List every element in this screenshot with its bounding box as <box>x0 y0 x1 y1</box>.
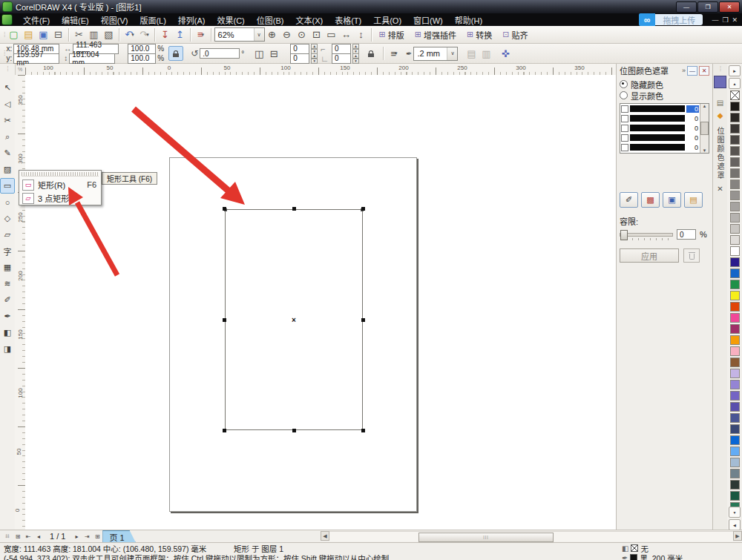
flyout-grip[interactable] <box>22 172 99 177</box>
save-mask-button[interactable]: ▣ <box>663 192 681 208</box>
fill-tool[interactable]: ◧ <box>0 325 15 340</box>
mask-checkbox[interactable] <box>621 105 628 113</box>
snap-button[interactable]: ⊡贴齐 <box>498 27 532 42</box>
smart-fill-tool[interactable]: ▨ <box>0 162 15 177</box>
palette-swatch[interactable] <box>730 246 740 256</box>
menu-item[interactable]: 帮助(H) <box>449 16 488 26</box>
slider-thumb[interactable] <box>620 230 628 240</box>
palette-swatch[interactable] <box>730 113 740 122</box>
flyout-item-3point-rectangle[interactable]: ▱ 3 点矩形 <box>19 191 101 205</box>
mask-checkbox[interactable] <box>621 144 628 151</box>
palette-swatch[interactable] <box>730 458 740 467</box>
handle-mid-right[interactable] <box>361 318 365 322</box>
minimize-button[interactable]: — <box>676 1 697 13</box>
drag-upload-button[interactable]: 拖拽上传 <box>655 14 703 25</box>
palette-swatch[interactable] <box>730 257 740 267</box>
vertical-ruler[interactable]: 350300250200150100500 <box>15 75 26 530</box>
docker-tab-close-icon[interactable]: ✕ <box>717 185 723 193</box>
open-icon[interactable]: ▤ <box>22 27 36 42</box>
zoom-selected-icon[interactable]: ⊙ <box>295 27 309 42</box>
palette-swatch[interactable] <box>730 235 740 245</box>
scroll-left-icon[interactable]: ◀ <box>321 531 329 541</box>
app-launcher-icon[interactable]: ≡▾ <box>194 27 209 42</box>
palette-swatch[interactable] <box>730 402 740 412</box>
paste-icon[interactable]: ▧ <box>102 27 116 42</box>
palette-swatch[interactable] <box>730 213 740 223</box>
add-page-before-button[interactable]: ⊞ <box>13 531 23 541</box>
pick-tool[interactable]: ↖ <box>0 80 15 96</box>
mask-color-row[interactable]: 0 <box>620 133 700 142</box>
print-icon[interactable]: ⊟ <box>51 27 66 42</box>
docker-minimize-button[interactable]: — <box>687 66 697 76</box>
no-color-swatch[interactable] <box>730 90 740 100</box>
docker-close-button[interactable]: ✕ <box>699 66 709 76</box>
recent-color-swatch[interactable] <box>714 76 726 88</box>
docker-scroll-icon[interactable]: ◆ <box>718 111 723 119</box>
plugin-button[interactable]: ⊞增强插件 <box>410 27 461 42</box>
palette-swatch[interactable] <box>730 280 740 289</box>
horizontal-scrollbar[interactable]: ◀ ||| ▶ <box>321 531 742 541</box>
palette-swatch[interactable] <box>730 269 740 278</box>
doc-restore-button[interactable]: ❒ <box>722 16 728 24</box>
zoom-level-combobox[interactable]: 62% ∨ <box>214 27 265 42</box>
save-icon[interactable]: ▣ <box>36 27 51 42</box>
mask-list-scrollbar[interactable]: ▲ ▼ <box>700 104 709 153</box>
palette-swatch[interactable] <box>730 313 740 323</box>
rotation-angle-field[interactable]: .0 <box>200 48 240 59</box>
text-wrap-button[interactable]: ≡▾ <box>387 46 401 61</box>
handle-mid-left[interactable] <box>223 318 226 322</box>
menu-item[interactable]: 表格(T) <box>329 16 367 26</box>
dropdown-arrow-icon[interactable]: ∨ <box>447 47 457 60</box>
add-page-after-button[interactable]: ⊞ <box>92 531 102 541</box>
last-page-button[interactable]: ⇥ <box>82 531 92 541</box>
menu-item[interactable]: 版面(L) <box>134 16 171 26</box>
export-icon[interactable]: ↥ <box>173 27 188 42</box>
polygon-tool[interactable]: ◇ <box>0 211 15 226</box>
mask-color-row[interactable]: 0 <box>620 123 700 133</box>
menu-item[interactable]: 位图(B) <box>251 16 290 26</box>
outline-width-combobox[interactable]: .2 mm ∨ <box>413 47 458 61</box>
next-page-button[interactable]: ▸ <box>71 531 82 541</box>
tolerance-slider[interactable] <box>620 233 673 237</box>
table-tool[interactable]: ▦ <box>0 260 15 275</box>
text-tool[interactable]: 字 <box>0 243 15 259</box>
palette-swatch[interactable] <box>730 391 740 401</box>
edit-color-button[interactable]: ▩ <box>641 192 660 208</box>
zoom-page-icon[interactable]: ▭ <box>324 27 339 42</box>
tolerance-field[interactable]: 0 <box>677 229 696 240</box>
menu-item[interactable]: 效果(C) <box>211 16 251 26</box>
palette-swatch[interactable] <box>730 179 740 189</box>
horizontal-ruler[interactable]: 10050050100150200250300350 <box>25 64 616 76</box>
palette-swatch[interactable] <box>730 291 740 300</box>
palette-expand-button[interactable]: ◀ <box>729 519 741 530</box>
palette-swatch[interactable] <box>730 302 740 312</box>
ruler-origin[interactable]: % <box>15 64 26 76</box>
object-y-field[interactable]: 159.597 mm <box>13 53 59 64</box>
scrollbar-track[interactable]: ||| <box>329 531 733 541</box>
palette-swatch[interactable] <box>730 380 740 389</box>
docker-chevron-icon[interactable]: » <box>682 67 686 74</box>
mask-color-row[interactable]: 0 <box>620 104 700 113</box>
to-front-button[interactable]: ▤ <box>464 46 479 61</box>
palette-swatch[interactable] <box>730 124 740 134</box>
scrollbar-thumb[interactable] <box>700 122 709 135</box>
blend-tool[interactable]: ≋ <box>0 276 15 291</box>
palette-swatch[interactable] <box>730 447 740 456</box>
first-page-button[interactable]: ⇤ <box>23 531 33 541</box>
mirror-horizontal-button[interactable]: ◫ <box>252 46 266 61</box>
zoom-in-icon[interactable]: ⊕ <box>265 27 280 42</box>
handle-bottom-right[interactable] <box>361 429 365 432</box>
docker-tab-bitmap-color-mask[interactable]: 位图颜色遮罩 <box>715 127 726 180</box>
scale-v-field[interactable]: 100.0 <box>128 53 156 64</box>
handle-top-mid[interactable] <box>292 207 296 211</box>
scroll-down-icon[interactable]: ▼ <box>703 148 707 153</box>
selected-rectangle[interactable]: × <box>225 209 363 430</box>
corner-radius-bl-field[interactable]: 0 <box>290 53 309 64</box>
drawing-canvas[interactable]: × <box>25 75 616 530</box>
handle-bottom-mid[interactable] <box>292 429 296 432</box>
corner-radius-tr-field[interactable]: 0 <box>332 44 351 54</box>
open-mask-button[interactable]: ▤ <box>684 192 703 208</box>
palette-swatch[interactable] <box>730 435 740 445</box>
crop-tool[interactable]: ✂ <box>0 113 15 128</box>
scrollbar-thumb[interactable]: ||| <box>418 533 554 542</box>
